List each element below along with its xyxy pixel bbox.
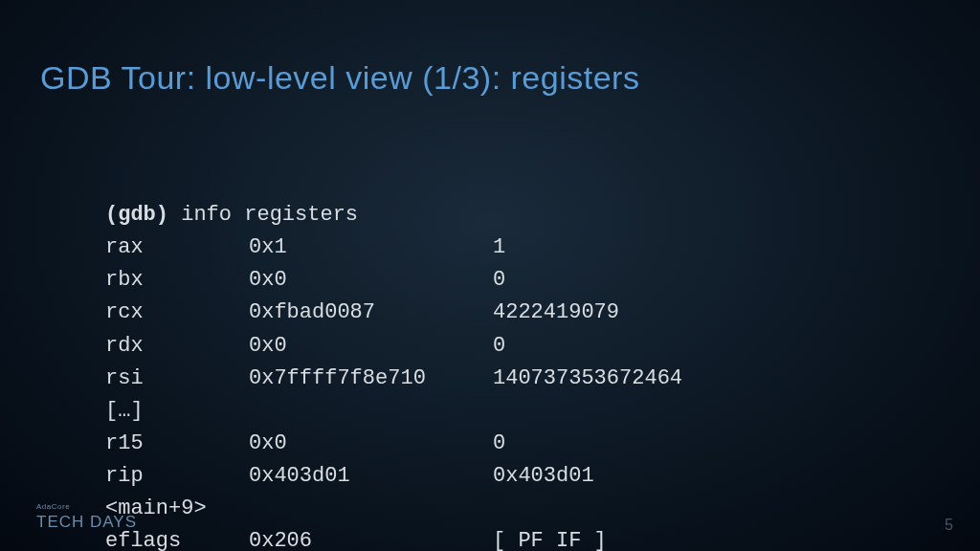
register-dec: 1 (493, 231, 505, 264)
register-dec: 4222419079 (493, 297, 619, 329)
symbol-line: <main+9> (105, 493, 682, 525)
gdb-command: info registers (181, 203, 358, 227)
register-row: […] (105, 395, 682, 428)
register-hex: 0x7ffff7f8e710 (249, 363, 493, 395)
logo-small-text: AdaCore (36, 502, 137, 511)
register-hex: 0x0 (249, 330, 493, 363)
register-row: r150x00 (105, 428, 682, 460)
logo-big-text: TECH DAYS (36, 513, 137, 532)
register-dec: 0 (493, 264, 505, 297)
register-name: r15 (105, 428, 249, 460)
register-name: […] (105, 395, 249, 428)
register-dec: 0 (493, 330, 505, 363)
register-dec: 0 (493, 428, 505, 460)
gdb-command-line: (gdb) info registers (105, 199, 682, 231)
register-hex: 0x0 (249, 428, 493, 460)
register-dec: [ PF IF ] (493, 525, 607, 551)
register-hex: 0x0 (249, 264, 493, 297)
gdb-prompt: (gdb) (105, 203, 168, 227)
register-dec: 0x403d01 (493, 460, 594, 493)
register-name: rcx (105, 297, 249, 329)
register-row: rax0x11 (105, 231, 682, 264)
register-row: eflags0x206[ PF IF ] (105, 525, 682, 551)
slide-title: GDB Tour: low-level view (1/3): register… (40, 59, 639, 97)
register-hex: 0x403d01 (249, 460, 493, 493)
register-hex: 0x206 (249, 525, 493, 551)
register-row: rsi0x7ffff7f8e710140737353672464 (105, 363, 682, 395)
page-number: 5 (945, 517, 953, 534)
register-dec: 140737353672464 (493, 363, 682, 395)
register-name: rdx (105, 330, 249, 363)
logo: AdaCore TECH DAYS (36, 502, 137, 532)
register-hex: 0xfbad0087 (249, 297, 493, 329)
register-row: rcx0xfbad00874222419079 (105, 297, 682, 329)
code-block: (gdb) info registersrax0x11rbx0x00rcx0xf… (105, 134, 682, 551)
register-hex: 0x1 (249, 231, 493, 264)
register-row: rbx0x00 (105, 264, 682, 297)
register-name: rsi (105, 363, 249, 395)
register-name: rax (105, 231, 249, 264)
register-name: rip (105, 460, 249, 493)
register-row: rdx0x00 (105, 330, 682, 363)
register-name: rbx (105, 264, 249, 297)
register-row: rip0x403d010x403d01 (105, 460, 682, 493)
